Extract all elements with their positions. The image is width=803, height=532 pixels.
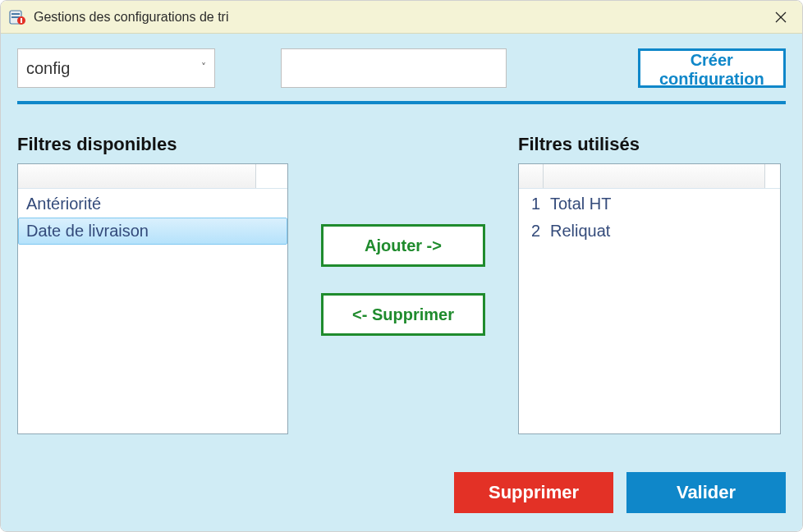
window-title: Gestions des configurations de tri (34, 10, 763, 25)
config-name-input[interactable] (281, 48, 507, 88)
available-filters-list[interactable]: Antériorité Date de livraison (17, 163, 288, 434)
used-filter-index: 1 (524, 195, 540, 213)
svg-rect-1 (11, 13, 20, 15)
list-header-cell-index (519, 164, 544, 188)
list-header (18, 164, 287, 189)
available-filters-title: Filtres disponibles (17, 134, 288, 155)
used-filters-title: Filtres utilisés (518, 134, 781, 155)
remove-filter-button[interactable]: <- Supprimer (321, 293, 485, 336)
available-filter-item[interactable]: Date de livraison (18, 218, 287, 245)
used-filters-list[interactable]: 1 Total HT 2 Reliquat (518, 163, 781, 434)
config-select-value: config (26, 59, 70, 78)
content-area: config Créer configuration Filtres dispo… (1, 34, 802, 531)
bottom-actions: Supprimer Valider (17, 472, 786, 513)
available-filters-column: Filtres disponibles Antériorité Date de … (17, 134, 288, 434)
used-filter-row[interactable]: 2 Reliquat (519, 218, 780, 245)
top-row: config Créer configuration (17, 48, 786, 88)
list-header-cell (18, 164, 256, 188)
dialog-window: Gestions des configurations de tri confi… (0, 0, 803, 532)
available-filter-item[interactable]: Antériorité (18, 190, 287, 218)
app-icon (9, 9, 25, 25)
close-button[interactable] (763, 4, 799, 30)
svg-rect-4 (21, 18, 22, 23)
used-filter-label: Total HT (550, 195, 611, 213)
used-filter-label: Reliquat (550, 222, 610, 241)
list-header-cell-name (544, 164, 765, 188)
add-filter-button[interactable]: Ajouter -> (321, 224, 485, 267)
validate-button[interactable]: Valider (626, 472, 786, 513)
used-filter-index: 2 (524, 222, 540, 241)
config-select[interactable]: config (17, 48, 215, 88)
used-filters-column: Filtres utilisés 1 Total HT 2 Reliqua (518, 134, 781, 434)
delete-button[interactable]: Supprimer (454, 472, 613, 513)
move-buttons-column: Ajouter -> <- Supprimer (321, 224, 485, 336)
lists-row: Filtres disponibles Antériorité Date de … (17, 134, 786, 454)
titlebar: Gestions des configurations de tri (1, 1, 802, 34)
divider (17, 101, 786, 104)
used-filter-row[interactable]: 1 Total HT (519, 190, 780, 218)
list-header (519, 164, 780, 189)
create-config-button[interactable]: Créer configuration (638, 48, 786, 88)
close-icon (775, 11, 787, 23)
